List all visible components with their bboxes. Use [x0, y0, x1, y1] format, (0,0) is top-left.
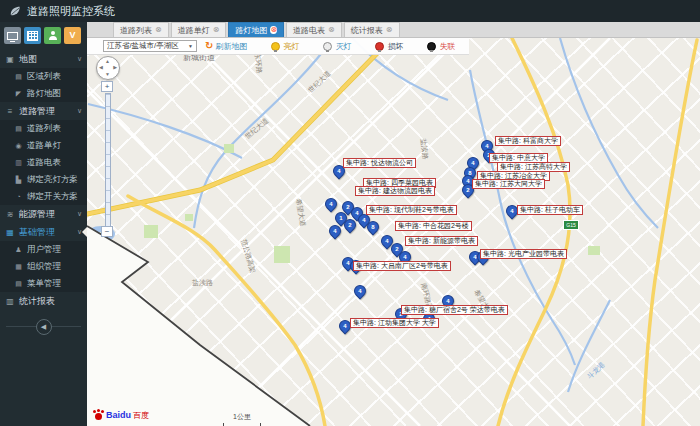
- pin-count: 4: [382, 236, 392, 246]
- meter-icon: ▥: [14, 159, 23, 167]
- sidebar-subitem[interactable]: ◤路灯地图: [0, 85, 87, 102]
- pin-count: 4: [355, 286, 365, 296]
- region-select-value: 江苏省/盐城市/亭湖区: [107, 41, 179, 51]
- lamp-label[interactable]: 集中路: 科富商大学: [495, 136, 561, 146]
- energy-icon: ≋: [5, 210, 15, 219]
- damaged-bulb-icon: [375, 42, 384, 51]
- tab-道路电表[interactable]: 道路电表⊗: [286, 22, 342, 37]
- lamp-status-legend: 亮灯灭灯损坏失联: [247, 41, 455, 52]
- pan-left-icon[interactable]: ◀: [99, 65, 103, 70]
- lamp-label[interactable]: 集中路: 江动集团大学 大学: [350, 318, 439, 328]
- lamp-label[interactable]: 集中路: 糖厂宿舍2号 荣达带电表: [401, 305, 508, 315]
- clock-icon: ◔: [14, 193, 23, 200]
- sidebar-footer: ◀: [0, 318, 87, 338]
- chevron-down-icon: ∨: [77, 107, 82, 115]
- sidebar-subitem[interactable]: ◔绑定开关方案: [0, 188, 87, 205]
- sidebar-subitem-label: 用户管理: [27, 244, 61, 256]
- sidebar-subitem-label: 菜单管理: [27, 278, 61, 290]
- street-name: 盐渎路: [192, 278, 213, 288]
- quick-user-icon[interactable]: [44, 27, 61, 44]
- quick-trophy-icon[interactable]: V: [64, 27, 81, 44]
- chevron-down-icon: ∨: [77, 55, 82, 63]
- close-icon[interactable]: ⊗: [155, 26, 162, 34]
- lamp-label[interactable]: 集中路: 新能源带电表: [405, 236, 478, 246]
- legend-off[interactable]: 灭灯: [323, 41, 351, 52]
- map-canvas[interactable]: 江苏省/盐城市/亭湖区 ▼ ↻ 刷新地图 亮灯灭灯损坏失联 ▲ ▼ ◀ ▶ + …: [87, 38, 700, 426]
- sidebar-item-label: 基础管理: [19, 226, 55, 239]
- report-icon: ▥: [5, 297, 15, 306]
- sidebar-subitem-label: 区域列表: [27, 71, 61, 83]
- legend-label: 损坏: [387, 41, 403, 52]
- close-icon[interactable]: ⊗: [328, 26, 335, 34]
- user-icon: [48, 31, 58, 40]
- sidebar-subitem[interactable]: ▤区域列表: [0, 68, 87, 85]
- sidebar-item-label: 统计报表: [19, 295, 55, 308]
- sidebar-subitem[interactable]: ▦组织管理: [0, 258, 87, 275]
- legend-lit[interactable]: 亮灯: [271, 41, 299, 52]
- close-icon[interactable]: ⊗: [213, 26, 220, 34]
- quick-grid-icon[interactable]: [24, 27, 41, 44]
- pin-count: 2: [345, 220, 355, 230]
- sidebar-subitem[interactable]: ▙绑定亮灯方案: [0, 171, 87, 188]
- street-name: 盐渎路: [418, 138, 430, 160]
- refresh-map-button[interactable]: ↻ 刷新地图: [205, 41, 247, 52]
- map-icon: ▣: [5, 55, 15, 64]
- map-base-layer: [87, 38, 700, 426]
- major-road-casing: [87, 38, 392, 214]
- map-pan-control[interactable]: ▲ ▼ ◀ ▶: [96, 56, 120, 80]
- close-icon[interactable]: ⊗: [270, 26, 277, 34]
- quick-desktop-icon[interactable]: [4, 27, 21, 44]
- trophy-icon: V: [69, 31, 75, 40]
- sidebar-item-report[interactable]: ▥统计报表: [0, 292, 87, 310]
- lamp-label[interactable]: 集中路: 中合花园2号楼: [395, 221, 472, 231]
- road-line: [190, 38, 570, 426]
- sidebar-subitem[interactable]: ▤道路列表: [0, 120, 87, 137]
- list-icon: ▤: [14, 73, 23, 81]
- baidu-paw-icon: [93, 410, 104, 420]
- sidebar-subitem[interactable]: ▤菜单管理: [0, 275, 87, 292]
- pan-up-icon[interactable]: ▲: [105, 59, 110, 64]
- pan-right-icon[interactable]: ▶: [113, 65, 117, 70]
- pin-count: 4: [326, 199, 336, 209]
- legend-damaged[interactable]: 损坏: [375, 41, 403, 52]
- legend-offline[interactable]: 失联: [427, 41, 455, 52]
- sidebar-item-energy[interactable]: ≋能源管理∨: [0, 205, 87, 223]
- sidebar-subitem[interactable]: ◉道路单灯: [0, 137, 87, 154]
- zoom-slider[interactable]: [105, 93, 111, 227]
- sidebar-subitem[interactable]: ▥道路电表: [0, 154, 87, 171]
- sidebar-item-map[interactable]: ▣地图∨: [0, 50, 87, 68]
- sidebar-submenu-base: ♟用户管理▦组织管理▤菜单管理: [0, 241, 87, 292]
- close-icon[interactable]: ⊗: [386, 26, 393, 34]
- lamp-label[interactable]: 集中路: 建达物流园电表: [355, 186, 435, 196]
- tab-道路单灯[interactable]: 道路单灯⊗: [171, 22, 227, 37]
- chevron-down-icon: ▼: [188, 43, 193, 49]
- baidu-logo-cn: 百度: [133, 411, 149, 420]
- menu-list-icon: ▤: [14, 280, 23, 288]
- sidebar-subitem[interactable]: ♟用户管理: [0, 241, 87, 258]
- lamp-label[interactable]: 集中路: 悦达物流公司: [343, 158, 416, 168]
- highway-badge: G15: [563, 220, 579, 230]
- tab-道路列表[interactable]: 道路列表⊗: [113, 22, 169, 37]
- pan-down-icon[interactable]: ▼: [105, 72, 110, 77]
- sidebar-subitem-label: 绑定开关方案: [27, 191, 78, 203]
- lamp-label[interactable]: 集中路: 光电产业园带电表: [480, 249, 567, 259]
- sidebar-menu: ▣地图∨▤区域列表◤路灯地图≡道路管理∨▤道路列表◉道路单灯▥道路电表▙绑定亮灯…: [0, 50, 87, 310]
- map-attribution: Baidu 百度: [93, 410, 149, 420]
- sidebar-collapse-button[interactable]: ◀: [36, 319, 52, 335]
- sidebar-subitem-label: 路灯地图: [27, 88, 61, 100]
- zoom-out-button[interactable]: −: [101, 226, 113, 237]
- lamp-label[interactable]: 集中路: 现代制鞋2号带电表: [366, 205, 457, 215]
- list-icon: ▤: [14, 125, 23, 133]
- lamp-label[interactable]: 集中路: 江苏大同大学: [472, 179, 545, 189]
- zoom-in-button[interactable]: +: [101, 81, 113, 92]
- lamp-label[interactable]: 集中路: 桂子电动车: [517, 205, 583, 215]
- lit-bulb-icon: [271, 42, 280, 51]
- pin-count: 8: [368, 222, 378, 232]
- chart-icon: ▙: [14, 176, 23, 184]
- tab-统计报表[interactable]: 统计报表⊗: [344, 22, 400, 37]
- region-select[interactable]: 江苏省/盐城市/亭湖区 ▼: [103, 40, 197, 52]
- lamp-label[interactable]: 集中路: 大昌南厂区2号带电表: [353, 261, 451, 271]
- sidebar-item-road[interactable]: ≡道路管理∨: [0, 102, 87, 120]
- sidebar-item-base[interactable]: ▦基础管理∨: [0, 223, 87, 241]
- tab-路灯地图[interactable]: 路灯地图⊗: [228, 22, 284, 37]
